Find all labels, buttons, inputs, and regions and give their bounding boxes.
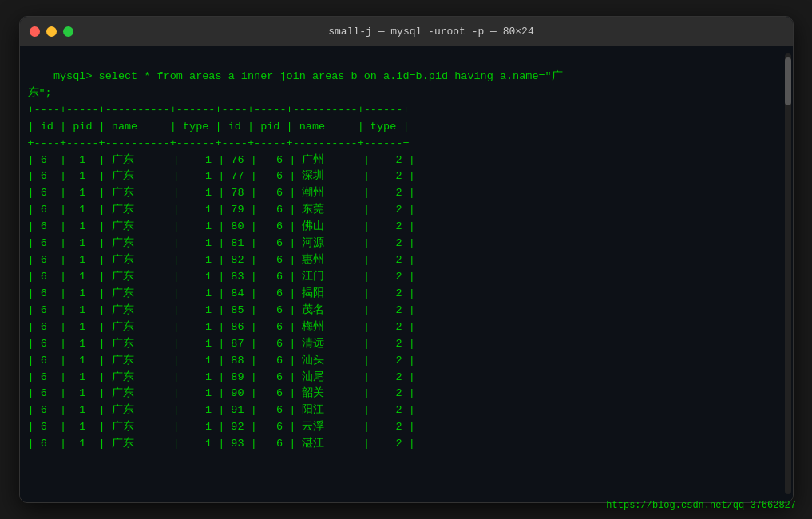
window-title: small-j — mysql -uroot -p — 80×24 — [80, 26, 783, 38]
terminal-window: small-j — mysql -uroot -p — 80×24 mysql>… — [19, 16, 794, 503]
close-button[interactable] — [30, 26, 40, 37]
scrollbar[interactable] — [785, 53, 791, 494]
terminal-body[interactable]: mysql> select * from areas a inner join … — [20, 46, 793, 502]
minimize-button[interactable] — [46, 26, 57, 37]
maximize-button[interactable] — [63, 26, 73, 37]
footer-url: https://blog.csdn.net/qq_37662827 — [606, 500, 796, 511]
terminal-content: mysql> select * from areas a inner join … — [28, 70, 563, 450]
titlebar: small-j — mysql -uroot -p — 80×24 — [20, 17, 793, 46]
scrollbar-thumb[interactable] — [785, 57, 791, 105]
